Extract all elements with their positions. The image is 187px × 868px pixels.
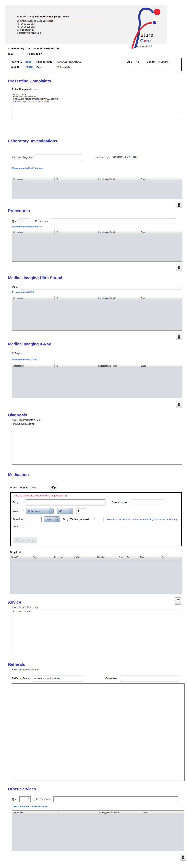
recommended-uss-label: Recommended USS <box>12 291 187 293</box>
column-header-note[interactable]: Note <box>139 555 160 559</box>
xray-actions: ↻ <box>0 401 182 408</box>
uss-table: Department ID Investigation/Service Stat… <box>12 296 182 331</box>
duration-unit-value: Day/s <box>44 517 53 522</box>
column-header-id[interactable]: ID <box>55 811 98 814</box>
way-selected-value: Before Meal <box>26 508 42 514</box>
company-phone-1: T: +24 82 593 593 <box>17 23 99 25</box>
frequency-select[interactable]: OD▼ <box>57 508 73 514</box>
xray-table: Department ID Investigation/Service Stat… <box>12 364 182 398</box>
column-header-id[interactable]: ID <box>55 364 97 368</box>
diagnosis-label: Enter Diagnosis Details Here <box>12 419 187 421</box>
column-header-frequency[interactable]: Fequency <box>53 555 75 559</box>
other-services-label: Other Services : <box>33 798 51 801</box>
other-qty-input[interactable] <box>19 796 31 802</box>
way-select[interactable]: Before Meal▼ <box>26 508 54 514</box>
procedures-qty-input[interactable] <box>19 218 30 224</box>
trash-icon: ↻ <box>177 402 181 407</box>
column-header-status[interactable]: Status <box>139 297 182 300</box>
procedures-table-header: Department ID Investigation/Service Stat… <box>12 230 182 234</box>
column-header-status[interactable]: Status <box>139 364 182 368</box>
patient-gender-cell: Gender: Female <box>147 60 168 63</box>
way-qty-input[interactable] <box>77 508 86 514</box>
logo-wordmark-care: C♥re <box>140 38 151 44</box>
referred-by-value: VICTOR OJIMA ETUBI <box>112 156 138 159</box>
column-header-investigation[interactable]: Investigation/Service <box>97 364 140 368</box>
prescription-id-label: Prescription ID : <box>10 486 30 489</box>
column-header-status[interactable]: Status <box>141 811 184 814</box>
refferal-list-box[interactable] <box>12 683 185 781</box>
age-value: 42 <box>136 60 139 63</box>
medication-entry-box: Please select the Drug from Drug suggess… <box>10 492 182 547</box>
gender-label: Gender <box>147 60 158 63</box>
section-title-refferals: Refferals <box>8 662 187 667</box>
lab-actions: ↻ <box>0 202 182 209</box>
column-header-id[interactable]: ID <box>55 297 97 300</box>
company-email: E: jude@future.sc <box>17 29 99 31</box>
diagnosis-textarea[interactable]: STABLE CLINICAL STATE <box>12 422 182 465</box>
xray-input[interactable] <box>24 351 182 356</box>
uss-input[interactable] <box>21 284 181 289</box>
visit-id-cell: Visit ID:20310 <box>11 66 36 69</box>
gender-value: Female <box>159 60 168 63</box>
delete-advice-button[interactable] <box>175 597 181 604</box>
consultant-input[interactable] <box>120 676 179 681</box>
column-header-qty[interactable]: Qty <box>160 555 182 559</box>
uss-table-header: Department ID Investigation/Service Stat… <box>12 297 182 300</box>
patient-name-value: MAGALI PROUTEAU <box>57 60 81 63</box>
procedures-input[interactable] <box>51 218 176 224</box>
other-services-input[interactable] <box>53 796 178 802</box>
consultant-label: Consultant <box>105 677 117 680</box>
refresh-icon <box>51 485 56 490</box>
column-header-department[interactable]: Department <box>12 811 55 814</box>
duration-input[interactable] <box>29 517 42 522</box>
visit-id-value: 20310 <box>26 66 33 69</box>
refresh-prescription-button[interactable] <box>50 484 57 491</box>
delete-xray-button[interactable]: ↻ <box>176 401 182 408</box>
column-header-department[interactable]: Department <box>12 364 55 368</box>
prescription-id-input[interactable] <box>31 485 49 490</box>
trash-icon: ↻ <box>177 266 181 270</box>
duration-unit-select[interactable]: Day/s▼ <box>44 516 60 522</box>
refferal-sub-label: Select the needed Refferal <box>12 669 187 671</box>
column-header-drug[interactable]: Drug <box>32 555 53 559</box>
drug-list-label: Drug List <box>10 551 187 554</box>
column-header-drug-id[interactable]: Drug ID <box>10 555 32 559</box>
reffering-doctor-input[interactable] <box>32 676 83 681</box>
delete-lab-button[interactable]: ↻ <box>176 202 182 209</box>
logo-tagline: Body Mind Soul <box>136 45 152 48</box>
add-drug-button[interactable]: + Add Drug <box>13 537 37 544</box>
complaints-textarea[interactable]: PATIENT SEEN. BEING REVIEWED FOR UTI URI… <box>12 92 182 120</box>
column-header-id[interactable]: ID <box>55 178 97 181</box>
column-header-status[interactable]: Status <box>139 230 182 234</box>
column-header-department[interactable]: Department <box>12 297 55 300</box>
column-header-investigation[interactable]: Investigation/Service <box>97 297 140 300</box>
section-title-advice: Advice <box>8 600 21 604</box>
column-header-department[interactable]: Department <box>12 230 55 234</box>
uss-actions: ↻ <box>0 333 182 340</box>
column-header-investigation[interactable]: Investigation / Service <box>98 811 141 814</box>
xray-label: X-Rays : <box>12 352 22 355</box>
column-header-investigation[interactable]: Investigation/Service <box>97 230 140 234</box>
advice-textarea[interactable]: REASSURE PATIENT <box>12 609 182 654</box>
column-header-investigation[interactable]: Investigation/Service <box>97 178 140 181</box>
column-header-status[interactable]: Status <box>139 178 182 181</box>
special-notes-input[interactable] <box>132 500 164 505</box>
drug-input[interactable] <box>26 499 105 505</box>
delete-uss-button[interactable]: ↻ <box>176 333 182 340</box>
section-title-presenting-complaints: Presenting Complaints <box>8 79 187 83</box>
chevron-down-icon: ▼ <box>55 517 60 522</box>
column-header-duration[interactable]: Duration <box>96 555 118 559</box>
column-header-way[interactable]: Way <box>75 555 96 559</box>
section-title-ultrasound: Medical Imaging Ultra Sound <box>8 275 187 280</box>
visit-date-cell: Date: 2025-04-07 <box>36 66 127 69</box>
visit-date-value: 2025-04-07 <box>57 66 70 69</box>
per-meal-input[interactable] <box>92 517 103 522</box>
lab-investigation-input[interactable] <box>36 155 81 160</box>
column-header-duration-type[interactable]: Duration Type <box>117 555 139 559</box>
delete-procedures-button[interactable]: ↻ <box>176 264 182 271</box>
delete-other-services-button[interactable]: ↻ <box>180 854 186 861</box>
section-title-other-services: Other Services <box>8 787 187 792</box>
column-header-id[interactable]: ID <box>55 230 97 234</box>
column-header-department[interactable]: Department <box>12 178 55 181</box>
consult-date: : 2025-04-07 <box>28 53 42 56</box>
